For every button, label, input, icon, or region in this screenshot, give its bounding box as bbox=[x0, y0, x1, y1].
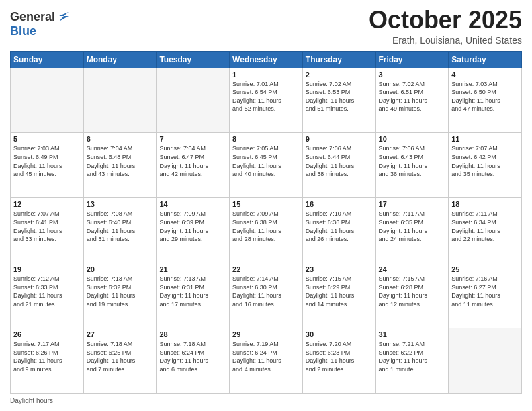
day-number: 20 bbox=[87, 265, 154, 273]
day-info: Sunrise: 7:15 AM Sunset: 6:28 PM Dayligh… bbox=[379, 275, 446, 308]
daylight-hours-label: Daylight hours bbox=[10, 397, 53, 404]
calendar-cell: 7Sunrise: 7:04 AM Sunset: 6:47 PM Daylig… bbox=[157, 133, 230, 198]
calendar-cell bbox=[83, 68, 157, 133]
day-info: Sunrise: 7:13 AM Sunset: 6:31 PM Dayligh… bbox=[159, 275, 226, 308]
calendar-table: SundayMondayTuesdayWednesdayThursdayFrid… bbox=[10, 51, 522, 394]
day-number: 27 bbox=[87, 330, 154, 338]
calendar-cell: 17Sunrise: 7:11 AM Sunset: 6:35 PM Dayli… bbox=[375, 198, 449, 263]
day-info: Sunrise: 7:12 AM Sunset: 6:33 PM Dayligh… bbox=[13, 275, 81, 308]
day-info: Sunrise: 7:11 AM Sunset: 6:35 PM Dayligh… bbox=[379, 210, 446, 243]
calendar-cell: 10Sunrise: 7:06 AM Sunset: 6:43 PM Dayli… bbox=[375, 133, 449, 198]
calendar-cell: 8Sunrise: 7:05 AM Sunset: 6:45 PM Daylig… bbox=[230, 133, 303, 198]
day-info: Sunrise: 7:03 AM Sunset: 6:50 PM Dayligh… bbox=[451, 80, 519, 113]
day-number: 5 bbox=[13, 135, 81, 143]
day-info: Sunrise: 7:02 AM Sunset: 6:53 PM Dayligh… bbox=[306, 80, 373, 113]
weekday-saturday: Saturday bbox=[449, 51, 522, 68]
day-info: Sunrise: 7:19 AM Sunset: 6:24 PM Dayligh… bbox=[232, 340, 300, 373]
calendar-cell: 28Sunrise: 7:18 AM Sunset: 6:24 PM Dayli… bbox=[157, 328, 230, 394]
day-number: 14 bbox=[159, 200, 226, 208]
day-info: Sunrise: 7:08 AM Sunset: 6:40 PM Dayligh… bbox=[87, 210, 154, 243]
calendar-cell: 19Sunrise: 7:12 AM Sunset: 6:33 PM Dayli… bbox=[11, 263, 84, 328]
calendar-cell: 6Sunrise: 7:04 AM Sunset: 6:48 PM Daylig… bbox=[83, 133, 157, 198]
calendar-cell: 11Sunrise: 7:07 AM Sunset: 6:42 PM Dayli… bbox=[449, 133, 522, 198]
day-number: 24 bbox=[379, 265, 446, 273]
logo-general-text: General bbox=[10, 10, 55, 24]
day-number: 21 bbox=[159, 265, 226, 273]
calendar-cell: 15Sunrise: 7:09 AM Sunset: 6:38 PM Dayli… bbox=[230, 198, 303, 263]
calendar-cell: 12Sunrise: 7:07 AM Sunset: 6:41 PM Dayli… bbox=[11, 198, 84, 263]
day-number: 9 bbox=[306, 135, 373, 143]
day-number: 30 bbox=[306, 330, 373, 338]
day-number: 2 bbox=[306, 71, 373, 79]
logo-blue-text: Blue bbox=[10, 24, 36, 38]
weekday-header-row: SundayMondayTuesdayWednesdayThursdayFrid… bbox=[11, 51, 522, 68]
month-title: October 2025 bbox=[369, 7, 522, 34]
day-info: Sunrise: 7:13 AM Sunset: 6:32 PM Dayligh… bbox=[87, 275, 154, 308]
day-info: Sunrise: 7:20 AM Sunset: 6:23 PM Dayligh… bbox=[306, 340, 373, 373]
calendar-cell: 18Sunrise: 7:11 AM Sunset: 6:34 PM Dayli… bbox=[449, 198, 522, 263]
day-number: 23 bbox=[306, 265, 373, 273]
calendar-cell: 24Sunrise: 7:15 AM Sunset: 6:28 PM Dayli… bbox=[375, 263, 449, 328]
day-info: Sunrise: 7:21 AM Sunset: 6:22 PM Dayligh… bbox=[379, 340, 446, 373]
day-number: 3 bbox=[379, 71, 446, 79]
weekday-tuesday: Tuesday bbox=[157, 51, 230, 68]
weekday-wednesday: Wednesday bbox=[230, 51, 303, 68]
day-number: 18 bbox=[451, 200, 519, 208]
calendar-week-4: 26Sunrise: 7:17 AM Sunset: 6:26 PM Dayli… bbox=[11, 328, 522, 394]
calendar-cell: 5Sunrise: 7:03 AM Sunset: 6:49 PM Daylig… bbox=[11, 133, 84, 198]
day-number: 1 bbox=[232, 71, 300, 79]
day-info: Sunrise: 7:09 AM Sunset: 6:39 PM Dayligh… bbox=[159, 210, 226, 243]
day-number: 17 bbox=[379, 200, 446, 208]
day-number: 19 bbox=[13, 265, 81, 273]
calendar-cell: 27Sunrise: 7:18 AM Sunset: 6:25 PM Dayli… bbox=[83, 328, 157, 394]
footer-note: Daylight hours bbox=[10, 397, 522, 404]
day-info: Sunrise: 7:04 AM Sunset: 6:47 PM Dayligh… bbox=[159, 144, 226, 178]
calendar-cell: 22Sunrise: 7:14 AM Sunset: 6:30 PM Dayli… bbox=[230, 263, 303, 328]
day-number: 29 bbox=[232, 330, 300, 338]
day-number: 7 bbox=[159, 135, 226, 143]
day-number: 6 bbox=[87, 135, 154, 143]
day-info: Sunrise: 7:18 AM Sunset: 6:24 PM Dayligh… bbox=[159, 340, 226, 373]
calendar-cell: 31Sunrise: 7:21 AM Sunset: 6:22 PM Dayli… bbox=[375, 328, 449, 394]
calendar-cell bbox=[449, 328, 522, 394]
svg-marker-0 bbox=[59, 12, 69, 21]
logo: General Blue bbox=[10, 9, 71, 38]
day-info: Sunrise: 7:07 AM Sunset: 6:42 PM Dayligh… bbox=[451, 144, 519, 178]
calendar-cell bbox=[11, 68, 84, 133]
day-number: 8 bbox=[232, 135, 300, 143]
day-number: 11 bbox=[451, 135, 519, 143]
calendar-cell: 9Sunrise: 7:06 AM Sunset: 6:44 PM Daylig… bbox=[302, 133, 375, 198]
day-number: 13 bbox=[87, 200, 154, 208]
title-block: October 2025 Erath, Louisiana, United St… bbox=[369, 7, 522, 46]
calendar-cell: 30Sunrise: 7:20 AM Sunset: 6:23 PM Dayli… bbox=[302, 328, 375, 394]
weekday-friday: Friday bbox=[375, 51, 449, 68]
calendar-cell: 13Sunrise: 7:08 AM Sunset: 6:40 PM Dayli… bbox=[83, 198, 157, 263]
page: General Blue October 2025 Erath, Louisia… bbox=[0, 0, 532, 411]
day-number: 31 bbox=[379, 330, 446, 338]
day-info: Sunrise: 7:17 AM Sunset: 6:26 PM Dayligh… bbox=[13, 340, 81, 373]
day-info: Sunrise: 7:15 AM Sunset: 6:29 PM Dayligh… bbox=[306, 275, 373, 308]
calendar-cell: 25Sunrise: 7:16 AM Sunset: 6:27 PM Dayli… bbox=[449, 263, 522, 328]
day-number: 25 bbox=[451, 265, 519, 273]
day-info: Sunrise: 7:01 AM Sunset: 6:54 PM Dayligh… bbox=[232, 80, 300, 113]
day-info: Sunrise: 7:05 AM Sunset: 6:45 PM Dayligh… bbox=[232, 144, 300, 178]
day-number: 16 bbox=[306, 200, 373, 208]
day-info: Sunrise: 7:06 AM Sunset: 6:43 PM Dayligh… bbox=[379, 144, 446, 178]
calendar-week-2: 12Sunrise: 7:07 AM Sunset: 6:41 PM Dayli… bbox=[11, 198, 522, 263]
day-number: 22 bbox=[232, 265, 300, 273]
calendar-cell: 3Sunrise: 7:02 AM Sunset: 6:51 PM Daylig… bbox=[375, 68, 449, 133]
header: General Blue October 2025 Erath, Louisia… bbox=[10, 7, 522, 46]
weekday-monday: Monday bbox=[83, 51, 157, 68]
calendar-week-0: 1Sunrise: 7:01 AM Sunset: 6:54 PM Daylig… bbox=[11, 68, 522, 133]
day-number: 4 bbox=[451, 71, 519, 79]
day-info: Sunrise: 7:06 AM Sunset: 6:44 PM Dayligh… bbox=[306, 144, 373, 178]
day-info: Sunrise: 7:07 AM Sunset: 6:41 PM Dayligh… bbox=[13, 210, 81, 243]
calendar-cell: 29Sunrise: 7:19 AM Sunset: 6:24 PM Dayli… bbox=[230, 328, 303, 394]
calendar-cell: 20Sunrise: 7:13 AM Sunset: 6:32 PM Dayli… bbox=[83, 263, 157, 328]
day-info: Sunrise: 7:14 AM Sunset: 6:30 PM Dayligh… bbox=[232, 275, 300, 308]
calendar-cell: 16Sunrise: 7:10 AM Sunset: 6:36 PM Dayli… bbox=[302, 198, 375, 263]
day-info: Sunrise: 7:04 AM Sunset: 6:48 PM Dayligh… bbox=[87, 144, 154, 178]
day-info: Sunrise: 7:18 AM Sunset: 6:25 PM Dayligh… bbox=[87, 340, 154, 373]
calendar-cell: 14Sunrise: 7:09 AM Sunset: 6:39 PM Dayli… bbox=[157, 198, 230, 263]
calendar-cell: 23Sunrise: 7:15 AM Sunset: 6:29 PM Dayli… bbox=[302, 263, 375, 328]
